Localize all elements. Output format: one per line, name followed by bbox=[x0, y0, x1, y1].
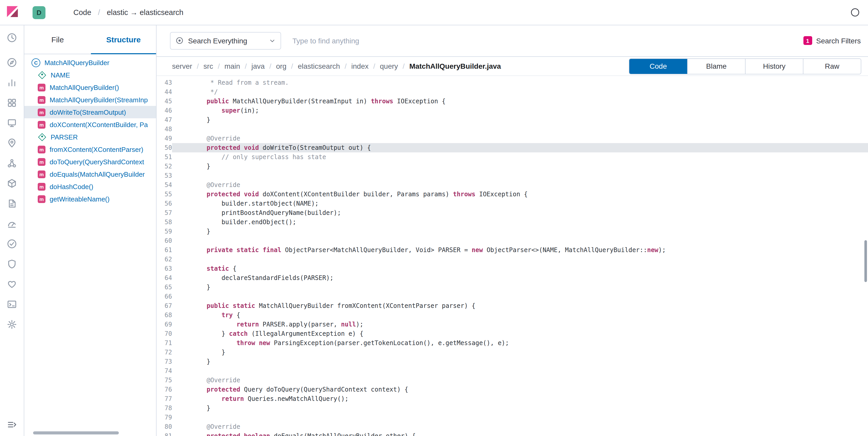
space-avatar[interactable]: D bbox=[33, 6, 45, 19]
structure-item[interactable]: mgetWriteableName() bbox=[24, 193, 156, 205]
rail-item-dev-tools[interactable] bbox=[7, 299, 17, 309]
line-number[interactable]: 55 bbox=[157, 190, 172, 199]
rail-item-apm[interactable] bbox=[7, 219, 17, 229]
line-number[interactable]: 63 bbox=[157, 264, 172, 273]
line-number[interactable]: 54 bbox=[157, 180, 172, 190]
vertical-scrollbar[interactable] bbox=[864, 240, 867, 282]
line-number[interactable]: 53 bbox=[157, 171, 172, 180]
rail-item-visualize[interactable] bbox=[7, 77, 17, 88]
path-segment[interactable]: java bbox=[251, 62, 265, 70]
line-number[interactable]: 68 bbox=[157, 310, 172, 320]
line-number[interactable]: 73 bbox=[157, 357, 172, 366]
line-number[interactable]: 72 bbox=[157, 348, 172, 357]
path-segment[interactable]: server bbox=[172, 62, 192, 70]
path-segment[interactable]: query bbox=[380, 62, 398, 70]
structure-item[interactable]: CMatchAllQueryBuilder bbox=[24, 56, 156, 69]
line-number[interactable]: 74 bbox=[157, 366, 172, 376]
search-scope-select[interactable]: Search Everything bbox=[170, 32, 281, 49]
line-number[interactable]: 48 bbox=[157, 124, 172, 134]
line-number[interactable]: 58 bbox=[157, 217, 172, 227]
visualize-icon bbox=[7, 77, 17, 88]
line-number[interactable]: 69 bbox=[157, 320, 172, 329]
code-text: protected void doXContent(XContentBuilde… bbox=[172, 190, 868, 199]
rail-item-machine-learning[interactable] bbox=[7, 158, 17, 168]
line-number[interactable]: 70 bbox=[157, 329, 172, 338]
rail-item-siem[interactable] bbox=[7, 259, 17, 269]
search-input[interactable] bbox=[281, 31, 798, 50]
line-number[interactable]: 57 bbox=[157, 208, 172, 217]
breadcrumb-repo[interactable]: elastic → elasticsearch bbox=[107, 8, 183, 17]
view-tab-raw[interactable]: Raw bbox=[803, 59, 861, 73]
line-number[interactable]: 64 bbox=[157, 273, 172, 283]
rail-collapse-button[interactable] bbox=[7, 419, 17, 430]
path-segment[interactable]: org bbox=[276, 62, 286, 70]
path-segment[interactable]: main bbox=[224, 62, 240, 70]
structure-item[interactable]: mMatchAllQueryBuilder(StreamInp bbox=[24, 94, 156, 106]
rail-item-discover[interactable] bbox=[7, 57, 17, 68]
line-number[interactable]: 51 bbox=[157, 152, 172, 162]
path-segment[interactable]: index bbox=[351, 62, 369, 70]
line-number[interactable]: 47 bbox=[157, 115, 172, 124]
view-button-group: CodeBlameHistoryRaw bbox=[629, 58, 861, 74]
line-number[interactable]: 61 bbox=[157, 245, 172, 255]
code-line: 56 builder.startObject(NAME); bbox=[157, 199, 868, 208]
line-number[interactable]: 79 bbox=[157, 413, 172, 422]
rail-item-dashboard[interactable] bbox=[7, 98, 17, 108]
line-number[interactable]: 77 bbox=[157, 394, 172, 403]
stack-monitoring-icon bbox=[7, 279, 17, 289]
kibana-logo-icon[interactable] bbox=[6, 6, 19, 19]
line-number[interactable]: 76 bbox=[157, 385, 172, 394]
structure-item[interactable]: mdoXContent(XContentBuilder, Pa bbox=[24, 118, 156, 131]
rail-item-canvas[interactable] bbox=[7, 118, 17, 128]
code-line: 44 */ bbox=[157, 87, 868, 97]
structure-item[interactable]: mdoHashCode() bbox=[24, 180, 156, 193]
rail-item-logs[interactable] bbox=[7, 198, 17, 209]
structure-item[interactable]: mdoWriteTo(StreamOutput) bbox=[24, 106, 156, 118]
structure-item[interactable]: PARSER bbox=[24, 131, 156, 143]
structure-item[interactable]: mdoEquals(MatchAllQueryBuilder bbox=[24, 168, 156, 180]
line-number[interactable]: 81 bbox=[157, 431, 172, 436]
line-number[interactable]: 56 bbox=[157, 199, 172, 208]
structure-item[interactable]: mfromXContent(XContentParser) bbox=[24, 143, 156, 155]
view-tab-history[interactable]: History bbox=[745, 59, 803, 73]
line-number[interactable]: 50 bbox=[157, 143, 172, 152]
structure-item[interactable]: mMatchAllQueryBuilder() bbox=[24, 81, 156, 94]
structure-item-label: doEquals(MatchAllQueryBuilder bbox=[50, 170, 145, 178]
path-segment[interactable]: elasticsearch bbox=[298, 62, 340, 70]
line-number[interactable]: 71 bbox=[157, 338, 172, 348]
line-number[interactable]: 66 bbox=[157, 292, 172, 301]
rail-item-infrastructure[interactable] bbox=[7, 178, 17, 189]
line-number[interactable]: 62 bbox=[157, 255, 172, 264]
line-number[interactable]: 43 bbox=[157, 78, 172, 87]
rail-item-uptime[interactable] bbox=[7, 239, 17, 249]
line-number[interactable]: 49 bbox=[157, 134, 172, 143]
rail-item-maps[interactable] bbox=[7, 138, 17, 148]
rail-item-stack-monitoring[interactable] bbox=[7, 279, 17, 289]
tab-structure[interactable]: Structure bbox=[91, 25, 156, 54]
line-number[interactable]: 45 bbox=[157, 97, 172, 106]
line-number[interactable]: 75 bbox=[157, 376, 172, 385]
horizontal-scrollbar[interactable] bbox=[33, 431, 119, 434]
line-number[interactable]: 60 bbox=[157, 236, 172, 245]
line-number[interactable]: 52 bbox=[157, 162, 172, 171]
line-number[interactable]: 65 bbox=[157, 283, 172, 292]
structure-item[interactable]: NAME bbox=[24, 69, 156, 81]
view-tab-blame[interactable]: Blame bbox=[687, 59, 745, 73]
line-number[interactable]: 67 bbox=[157, 301, 172, 310]
path-segment[interactable]: src bbox=[204, 62, 213, 70]
tab-file[interactable]: File bbox=[24, 25, 91, 54]
view-tab-code[interactable]: Code bbox=[629, 59, 687, 73]
line-number[interactable]: 59 bbox=[157, 227, 172, 236]
code-text: super(in); bbox=[172, 106, 868, 115]
line-number[interactable]: 78 bbox=[157, 403, 172, 413]
line-number[interactable]: 80 bbox=[157, 422, 172, 431]
line-number[interactable]: 46 bbox=[157, 106, 172, 115]
rail-item-recently-viewed[interactable] bbox=[7, 33, 17, 43]
search-filters-button[interactable]: 1 Search Filters bbox=[803, 36, 861, 45]
file-name[interactable]: MatchAllQueryBuilder.java bbox=[409, 62, 501, 70]
structure-item[interactable]: mdoToQuery(QueryShardContext bbox=[24, 155, 156, 168]
line-number[interactable]: 44 bbox=[157, 87, 172, 97]
help-button[interactable] bbox=[849, 7, 861, 18]
breadcrumb-app[interactable]: Code bbox=[73, 8, 91, 17]
rail-item-management[interactable] bbox=[7, 319, 17, 330]
